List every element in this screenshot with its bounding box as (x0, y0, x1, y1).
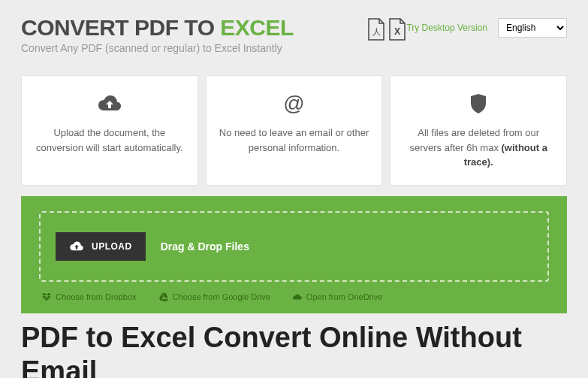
header: CONVERT PDF TO EXCEL Convert Any PDF (sc… (21, 15, 567, 54)
upload-button[interactable]: UPLOAD (56, 232, 146, 261)
shield-icon (403, 89, 554, 118)
onedrive-label: Open from OneDrive (306, 292, 382, 301)
page-title: CONVERT PDF TO EXCEL (21, 15, 354, 41)
feature-row: Upload the document, the conversion will… (21, 75, 567, 186)
drop-zone[interactable]: UPLOAD Drag & Drop Files (39, 211, 549, 282)
pdf-file-icon: 人 (367, 18, 385, 41)
page-subtitle: Convert Any PDF (scanned or regular) to … (21, 42, 354, 54)
at-sign-icon: @ (219, 89, 370, 118)
onedrive-icon (293, 292, 302, 301)
gdrive-icon (159, 292, 168, 301)
dropbox-icon (42, 292, 51, 301)
feature-privacy-text: All files are deleted from our servers a… (403, 125, 554, 170)
title-text-green: EXCEL (220, 15, 294, 40)
svg-text:X: X (394, 26, 400, 37)
dropbox-label: Choose from Dropbox (56, 292, 137, 301)
feature-noemail: @ No need to leave an email or other per… (206, 75, 383, 186)
excel-file-icon: X (388, 18, 406, 41)
feature-upload: Upload the document, the conversion will… (21, 75, 198, 186)
cloud-upload-icon (69, 241, 84, 252)
dropbox-link[interactable]: Choose from Dropbox (42, 292, 137, 301)
format-icons: 人 X (367, 18, 406, 41)
cloud-sources-row: Choose from Dropbox Choose from Google D… (39, 292, 549, 301)
cloud-upload-icon (34, 89, 185, 118)
onedrive-link[interactable]: Open from OneDrive (293, 292, 382, 301)
gdrive-link[interactable]: Choose from Google Drive (159, 292, 270, 301)
title-text-dark: CONVERT PDF TO (21, 15, 220, 40)
svg-text:人: 人 (372, 27, 381, 36)
feature-upload-text: Upload the document, the conversion will… (34, 125, 185, 155)
drop-text: Drag & Drop Files (161, 240, 249, 253)
upload-panel: UPLOAD Drag & Drop Files Choose from Dro… (21, 196, 567, 313)
article-heading: PDF to Excel Convert Online Without Emai… (0, 313, 588, 379)
upload-button-label: UPLOAD (92, 241, 132, 252)
gdrive-label: Choose from Google Drive (173, 292, 270, 301)
feature-privacy: All files are deleted from our servers a… (390, 75, 567, 186)
feature-noemail-text: No need to leave an email or other perso… (219, 125, 370, 155)
desktop-version-link[interactable]: Try Desktop Version (406, 23, 487, 33)
language-select[interactable]: English (498, 18, 567, 38)
